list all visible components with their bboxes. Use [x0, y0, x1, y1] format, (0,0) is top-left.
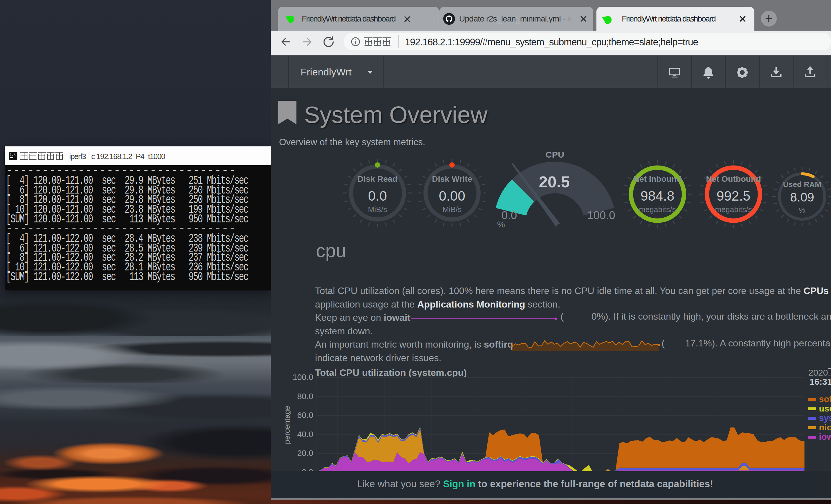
svg-text:C:\: C:\	[10, 153, 16, 156]
